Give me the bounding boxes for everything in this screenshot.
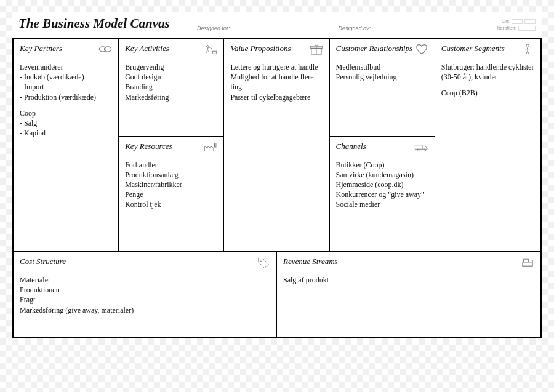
block-body: Lettere og hurtigere at handleMulighed f… xyxy=(230,62,323,102)
designed-for-slot xyxy=(234,24,326,31)
block-body: MaterialerProduktionenFragtMarkedsføring… xyxy=(20,275,270,315)
cash-register-icon xyxy=(520,255,536,269)
block-title: Cost Structure xyxy=(20,257,270,266)
block-body: Salg af produkt xyxy=(283,275,534,285)
block-body: Butikker (Coop)Samvirke (kundemagasin)Hj… xyxy=(336,160,428,210)
canvas-sheet: The Business Model Canvas Designed for: … xyxy=(12,12,542,338)
designed-by-slot xyxy=(374,24,436,31)
gift-icon xyxy=(308,42,324,56)
link-icon xyxy=(97,42,113,56)
svg-point-9 xyxy=(424,149,425,151)
svg-rect-12 xyxy=(523,262,532,266)
block-title: Revenue Streams xyxy=(283,257,534,266)
block-body: Levenrandører- Indkøb (værdikæde)- Impor… xyxy=(20,62,112,138)
block-body: ForhandlerProduktionsanlægMaskiner/fabri… xyxy=(125,160,217,210)
svg-point-8 xyxy=(417,149,419,151)
svg-point-11 xyxy=(260,260,262,261)
block-key-resources: Key Resources ForhandlerProduktionsanlæg… xyxy=(119,137,223,251)
designed-by-label: Designed by: xyxy=(339,25,371,31)
business-model-canvas: Key Partners Levenrandører- Indkøb (værd… xyxy=(12,38,542,338)
heart-icon xyxy=(414,42,430,56)
block-cost-structure: Cost Structure MaterialerProduktionenFra… xyxy=(14,252,277,337)
activity-icon xyxy=(203,42,219,56)
person-icon xyxy=(520,42,536,56)
svg-point-10 xyxy=(526,44,529,47)
truck-icon xyxy=(414,140,430,154)
block-body: Slutbruger: handlende cyklister (30-50 å… xyxy=(441,62,534,98)
block-customer-relationships: Customer Relationships MedlemstilbudPers… xyxy=(330,39,435,137)
svg-point-2 xyxy=(207,46,209,47)
tag-icon xyxy=(255,255,271,269)
header: The Business Model Canvas Designed for: … xyxy=(12,12,542,38)
block-value-propositions: Value Propositions Lettere og hurtigere … xyxy=(224,39,329,251)
svg-rect-7 xyxy=(415,145,422,149)
factory-icon xyxy=(203,140,219,154)
block-revenue-streams: Revenue Streams Salg af produkt xyxy=(277,252,540,337)
block-key-activities: Key Activities BrugervenligGodt designBr… xyxy=(119,39,223,137)
designed-by: Designed by: xyxy=(339,24,436,31)
svg-rect-3 xyxy=(213,51,217,54)
block-customer-segments: Customer Segments Slutbruger: handlende … xyxy=(435,39,540,251)
svg-rect-4 xyxy=(215,143,216,147)
designed-for-label: Designed for: xyxy=(197,25,230,31)
iteration-label: Iteration: xyxy=(497,25,516,31)
on-label: On: xyxy=(502,18,510,24)
page-title: The Business Model Canvas xyxy=(18,16,185,31)
block-body: MedlemstilbudPersonlig vejledning xyxy=(336,62,428,82)
block-body: BrugervenligGodt designBrandingMarkedsfø… xyxy=(125,62,217,102)
svg-point-1 xyxy=(105,47,111,52)
header-meta-right: On: Iteration: xyxy=(497,18,536,31)
designed-for: Designed for: xyxy=(197,24,326,31)
block-channels: Channels Butikker (Coop)Samvirke (kundem… xyxy=(330,137,435,251)
block-key-partners: Key Partners Levenrandører- Indkøb (værd… xyxy=(14,39,118,251)
